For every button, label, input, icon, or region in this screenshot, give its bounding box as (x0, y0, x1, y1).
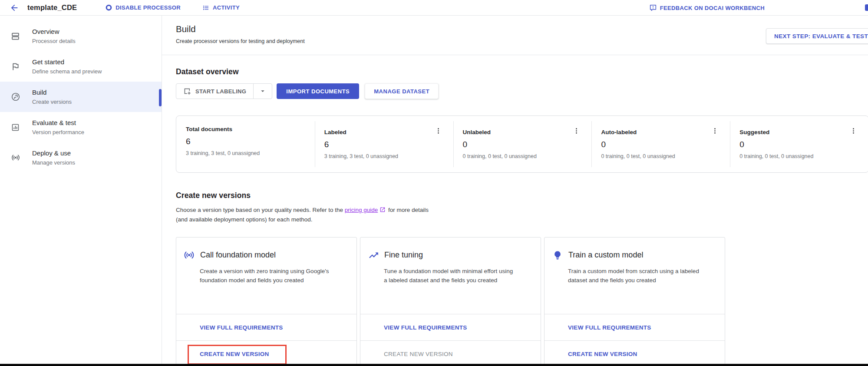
start-labeling-split-button: START LABELING (176, 83, 272, 99)
page-content: Dataset overview START LABELING (162, 55, 868, 366)
stat-suggested: Suggested 0 0 training, 0 test, 0 unassi… (730, 116, 868, 172)
view-full-requirements-button[interactable]: VIEW FULL REQUIREMENTS (568, 324, 651, 331)
card-create-row: CREATE NEW VERSION (176, 340, 356, 366)
trending-up-icon (367, 249, 379, 261)
sidebar-item-title: Get started (32, 57, 102, 66)
disable-processor-label: DISABLE PROCESSOR (116, 4, 181, 11)
sidebar-item-overview[interactable]: Overview Processor details (0, 21, 162, 51)
next-step-button[interactable]: NEXT STEP: EVALUATE & TEST (766, 28, 868, 44)
description-text: Choose a version type based on your qual… (176, 207, 345, 213)
broadcast-icon (11, 153, 20, 162)
appbar-actions: DISABLE PROCESSOR ACTIVITY (103, 4, 242, 12)
sidebar-item-title: Deploy & use (32, 148, 75, 158)
kebab-menu-icon[interactable] (710, 126, 719, 137)
create-new-version-button[interactable]: CREATE NEW VERSION (568, 351, 637, 357)
card-title: Train a custom model (568, 251, 643, 260)
page-header: Build Create processor versions for test… (162, 16, 868, 55)
view-full-requirements-button[interactable]: VIEW FULL REQUIREMENTS (384, 324, 467, 331)
card-create-row: CREATE NEW VERSION (360, 340, 541, 366)
pricing-guide-link[interactable]: pricing guide (345, 207, 378, 213)
card-description: Train a custom model from scratch using … (568, 267, 699, 285)
sidebar-item-text: Overview Processor details (32, 27, 76, 45)
view-full-requirements-button[interactable]: VIEW FULL REQUIREMENTS (200, 324, 283, 331)
list-icon (202, 4, 209, 11)
disable-processor-button[interactable]: DISABLE PROCESSOR (103, 4, 183, 12)
kebab-menu-icon[interactable] (849, 126, 858, 137)
page-subtitle: Create processor versions for testing an… (176, 38, 868, 44)
cut-off-icon[interactable] (865, 4, 868, 11)
card-description: Tune a foundation model with minimal eff… (384, 267, 515, 285)
open-in-new-icon (380, 207, 386, 215)
start-labeling-dropdown-button[interactable] (253, 84, 272, 99)
card-top: Train a custom model Train a custom mode… (545, 237, 725, 314)
sidebar-item-build[interactable]: Build Create versions (0, 82, 162, 112)
window-bottom-edge (0, 364, 868, 366)
create-versions-heading: Create new versions (176, 191, 868, 200)
stat-unlabeled: Unlabeled 0 0 training, 0 test, 0 unassi… (453, 116, 592, 172)
stat-label: Total documents (186, 126, 315, 132)
processor-title: template_CDE (27, 3, 77, 12)
page-title: Build (176, 24, 868, 34)
label-add-icon (183, 87, 191, 95)
sidebar-item-text: Get started Define schema and preview (32, 57, 102, 76)
sidebar-item-subtitle: Processor details (32, 37, 76, 45)
stat-total-documents: Total documents 6 3 training, 3 test, 0 … (176, 116, 315, 172)
card-fine-tuning: Fine tuning Tune a foundation model with… (360, 237, 541, 366)
stat-value: 6 (324, 140, 453, 149)
assessment-chart-icon (11, 122, 20, 132)
import-documents-button[interactable]: IMPORT DOCUMENTS (277, 83, 359, 99)
card-description: Create a version with zero training usin… (200, 267, 331, 285)
card-top: Fine tuning Tune a foundation model with… (360, 237, 541, 314)
manage-dataset-button[interactable]: MANAGE DATASET (365, 83, 439, 99)
overview-icon (11, 31, 20, 41)
appbar-right: FEEDBACK ON DOCAI WORKBENCH (647, 0, 767, 16)
sidebar-item-get-started[interactable]: Get started Define schema and preview (0, 51, 162, 82)
start-labeling-label: START LABELING (195, 88, 246, 95)
sidebar-item-text: Deploy & use Manage versions (32, 148, 75, 167)
stat-detail: 0 training, 0 test, 0 unassigned (601, 153, 730, 159)
sidebar-item-subtitle: Define schema and preview (32, 67, 102, 76)
stat-value: 0 (601, 140, 730, 149)
lightbulb-icon (551, 249, 563, 261)
card-requirements-row: VIEW FULL REQUIREMENTS (360, 314, 541, 340)
create-versions-section: Create new versions Choose a version typ… (176, 191, 868, 366)
stat-value: 0 (739, 140, 868, 149)
stat-detail: 0 training, 0 test, 0 unassigned (739, 153, 868, 159)
flag-icon (11, 62, 20, 71)
dataset-stats-card: Total documents 6 3 training, 3 test, 0 … (176, 115, 868, 173)
kebab-menu-icon[interactable] (572, 126, 581, 137)
sidebar: Overview Processor details Get started D… (0, 16, 162, 366)
feedback-label: FEEDBACK ON DOCAI WORKBENCH (660, 5, 765, 11)
card-requirements-row: VIEW FULL REQUIREMENTS (545, 314, 725, 340)
version-cards-row: Call foundation model Create a version w… (176, 237, 868, 366)
card-top: Call foundation model Create a version w… (176, 237, 356, 314)
sidebar-item-text: Build Create versions (32, 88, 72, 106)
card-train-custom-model: Train a custom model Train a custom mode… (544, 237, 725, 366)
sidebar-item-title: Evaluate & test (32, 118, 84, 127)
start-labeling-button[interactable]: START LABELING (176, 84, 253, 99)
chevron-down-icon (259, 87, 267, 95)
stat-labeled: Labeled 6 3 training, 3 test, 0 unassign… (315, 116, 453, 172)
card-call-foundation-model: Call foundation model Create a version w… (176, 237, 357, 366)
card-requirements-row: VIEW FULL REQUIREMENTS (176, 314, 356, 340)
kebab-menu-icon[interactable] (434, 126, 443, 137)
stat-auto-labeled: Auto-labeled 0 0 training, 0 test, 0 una… (591, 116, 730, 172)
activity-label: ACTIVITY (213, 4, 240, 11)
build-wrench-icon (11, 92, 20, 102)
sidebar-item-evaluate-test[interactable]: Evaluate & test Version performance (0, 112, 162, 142)
create-new-version-button[interactable]: CREATE NEW VERSION (200, 351, 269, 357)
create-new-version-button-disabled: CREATE NEW VERSION (384, 351, 453, 357)
layout: Overview Processor details Get started D… (0, 16, 868, 366)
feedback-button[interactable]: FEEDBACK ON DOCAI WORKBENCH (647, 4, 767, 12)
sidebar-item-deploy-use[interactable]: Deploy & use Manage versions (0, 142, 162, 173)
main-panel: Build Create processor versions for test… (162, 16, 868, 366)
stat-detail: 3 training, 3 test, 0 unassigned (324, 153, 453, 159)
sidebar-item-title: Overview (32, 27, 76, 36)
sidebar-item-text: Evaluate & test Version performance (32, 118, 84, 136)
back-button[interactable] (10, 3, 19, 13)
dataset-overview-heading: Dataset overview (176, 67, 868, 76)
stat-value: 0 (463, 140, 592, 149)
activity-button[interactable]: ACTIVITY (200, 4, 242, 12)
description-text: (and available deployment options) for e… (176, 216, 312, 223)
card-create-row: CREATE NEW VERSION (545, 340, 725, 366)
